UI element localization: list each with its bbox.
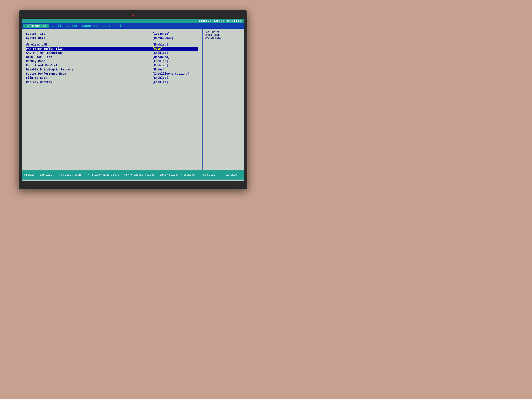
leftright-key: ←/→ [86, 173, 91, 177]
setting-label-8: Fool Proof Fn Ctrl [26, 64, 152, 67]
setting-value-3: [Enabled] [152, 43, 198, 46]
spacer-2 [26, 40, 198, 43]
bottom-f9: F9 Setup [203, 173, 215, 177]
bottom-f5f6: F5/F6 Change Values [125, 173, 155, 177]
setting-value-6: [Disabled] [152, 56, 198, 59]
setting-row-0[interactable]: System Time[19:46:23] [26, 32, 198, 36]
setting-value-8: [Enabled] [152, 64, 198, 67]
setting-label-0: System Time [26, 32, 152, 36]
menu-item-information[interactable]: Information [23, 24, 49, 28]
setting-label-11: Flip to Boot [26, 76, 152, 80]
right-panel-line3: system stab [205, 37, 221, 39]
f1-desc: Help [28, 173, 34, 177]
f10-desc: Save [230, 173, 237, 177]
setting-value-12: [Enabled] [152, 80, 198, 84]
f5f6-key: F5/F6 [125, 173, 133, 177]
setting-row-10[interactable]: System Performance Mode[Intelligent Cool… [26, 72, 198, 76]
menu-item-security[interactable]: Security [80, 24, 100, 28]
bottom-f1: F1 Help [24, 173, 34, 177]
bottom-enter: Enter Select > SubMenu [160, 173, 195, 177]
setting-label-4: UMA Frame Buffer Size [26, 47, 152, 51]
setting-label-6: BIOS Back Flash [26, 56, 152, 59]
main-content: System Time[19:46:23]System Date[08/05/2… [22, 29, 244, 171]
setting-row-3[interactable]: Wireless LAN[Enabled] [26, 43, 198, 47]
setting-row-12[interactable]: One Key Battery[Enabled] [26, 80, 198, 84]
f9-desc: Setup [207, 173, 215, 177]
monitor-frame: Lenovo Setup Utility Information Configu… [19, 10, 247, 189]
setting-row-6[interactable]: BIOS Back Flash[Disabled] [26, 55, 198, 59]
setting-label-12: One Key Battery [26, 80, 152, 84]
f9-key: F9 [203, 173, 206, 177]
f1-key: F1 [24, 173, 27, 177]
setting-value-1: [08/05/2023] [152, 36, 198, 40]
updown-desc: Select Item [63, 173, 81, 177]
setting-row-4[interactable]: UMA Frame Buffer Size[512M] [26, 47, 198, 51]
bottom-esc: Esc Exit [40, 173, 52, 177]
title-text: Lenovo Setup Utility [199, 19, 242, 23]
camera-bar [22, 13, 244, 18]
setting-label-5: AMD V (TM) Technology [26, 51, 152, 55]
setting-value-7: [Enabled] [152, 60, 198, 63]
camera-dot [132, 14, 134, 17]
setting-label-10: System Performance Mode [26, 72, 152, 76]
settings-container: System Time[19:46:23]System Date[08/05/2… [26, 32, 198, 84]
setting-row-11[interactable]: Flip to Boot[Enabled] [26, 76, 198, 80]
enter-desc: Select > SubMenu [169, 173, 195, 177]
setting-value-5: [Enabled] [152, 51, 198, 55]
menu-item-boot[interactable]: Boot [100, 24, 113, 28]
setting-value-11: [Enabled] [152, 76, 198, 80]
setting-row-9[interactable]: Disable Building-in Battery[Enter] [26, 68, 198, 72]
menu-item-configuration[interactable]: Configuration [49, 24, 80, 28]
bottom-f10: F10 Save [225, 173, 237, 177]
bottom-leftright: ←/→ Switch Menu Items [86, 173, 119, 177]
menu-bar[interactable]: Information Configuration Security Boot … [22, 23, 244, 29]
setting-row-1[interactable]: System Date[08/05/2023] [26, 36, 198, 40]
title-bar: Lenovo Setup Utility [22, 19, 244, 23]
setting-label-7: HotKey Mode [26, 60, 152, 63]
setting-value-10: [Intelligent Cooling] [152, 72, 198, 76]
setting-label-9: Disable Building-in Battery [26, 68, 152, 71]
setting-row-5[interactable]: AMD V (TM) Technology[Enabled] [26, 51, 198, 55]
f5f6-desc: Change Values [134, 173, 155, 177]
bottom-bar: F1 Help Esc Exit ↑/↓ Select Item ←/→ Swi… [22, 171, 244, 180]
f10-key: F10 [225, 173, 230, 177]
setting-value-0: [19:46:23] [152, 32, 198, 36]
setting-label-1: System Date [26, 36, 152, 40]
updown-key: ↑/↓ [57, 173, 63, 177]
right-panel-line1: Set UMA fr [205, 31, 220, 34]
setting-value-4: [512M] [152, 47, 198, 51]
enter-key: Enter [160, 173, 168, 177]
setting-row-7[interactable]: HotKey Mode[Enabled] [26, 59, 198, 63]
leftright-desc: Switch Menu Items [92, 173, 119, 177]
setting-value-9: [Enter] [152, 68, 198, 71]
setting-label-3: Wireless LAN [26, 43, 152, 46]
bottom-updown: ↑/↓ Select Item [57, 173, 81, 177]
right-panel-line2: Note: Chan [205, 34, 220, 37]
screen: Lenovo Setup Utility Information Configu… [22, 19, 244, 181]
left-panel: System Time[19:46:23]System Date[08/05/2… [22, 29, 203, 171]
esc-desc: Exit [46, 173, 52, 177]
menu-item-exit[interactable]: Exit [113, 24, 126, 28]
right-panel: Set UMA fr Note: Chan system stab [203, 29, 244, 171]
setting-row-8[interactable]: Fool Proof Fn Ctrl[Enabled] [26, 63, 198, 68]
esc-key: Esc [40, 173, 45, 177]
